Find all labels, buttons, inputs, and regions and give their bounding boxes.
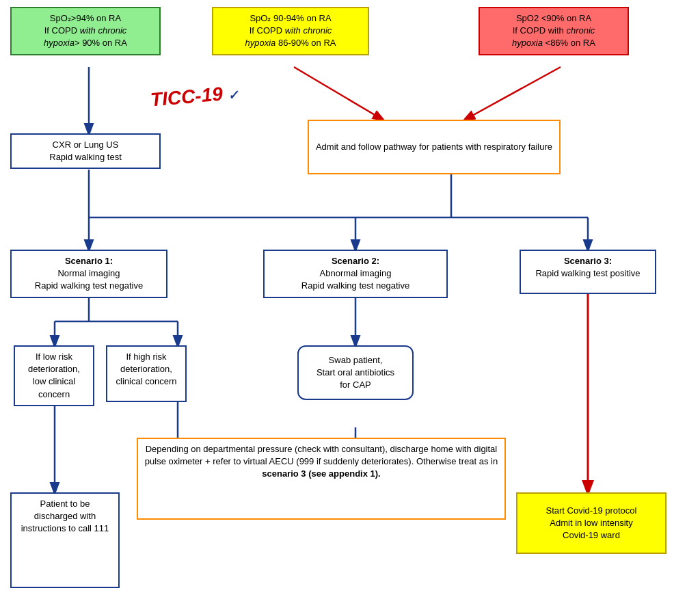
scenario1-text: Scenario 1: Normal imaging Rapid walking… [35, 256, 143, 291]
depending-text: Depending on departmental pressure (chec… [145, 444, 498, 479]
green-condition-box: SpO₂>94% on RA If COPD with chronic hypo… [10, 7, 161, 55]
yellow-box-text: SpO₂ 90-94% on RA If COPD with chronic h… [245, 13, 336, 48]
patient-discharge-box: Patient to be discharged with instructio… [10, 492, 120, 588]
low-risk-text: If low risk deterioration, low clinical … [28, 351, 80, 399]
low-risk-box: If low risk deterioration, low clinical … [14, 345, 94, 406]
green-box-text: SpO₂>94% on RA If COPD with chronic hypo… [44, 13, 127, 48]
yellow-condition-box: SpO₂ 90-94% on RA If COPD with chronic h… [212, 7, 369, 55]
scenario1-box: Scenario 1: Normal imaging Rapid walking… [10, 250, 167, 298]
cxr-box-text: CXR or Lung US Rapid walking test [49, 140, 122, 162]
scenario2-box: Scenario 2: Abnormal imaging Rapid walki… [263, 250, 448, 298]
covid-box: Start Covid-19 protocol Admit in low int… [516, 492, 667, 554]
red-condition-box: SpO2 <90% on RA If COPD with chronic hyp… [479, 7, 629, 55]
admit-box: Admit and follow pathway for patients wi… [308, 120, 561, 174]
scenario2-text: Scenario 2: Abnormal imaging Rapid walki… [301, 256, 409, 291]
svg-line-2 [465, 67, 561, 120]
depending-box: Depending on departmental pressure (chec… [137, 438, 506, 520]
scenario3-box: Scenario 3: Rapid walking test positive [520, 250, 656, 294]
scenario3-text: Scenario 3: Rapid walking test positive [535, 256, 640, 278]
svg-line-1 [294, 67, 383, 120]
swab-box: Swab patient, Start oral antibiotics for… [297, 345, 414, 400]
logo: TICC-19 ✓ [150, 81, 239, 111]
patient-discharge-text: Patient to be discharged with instructio… [21, 499, 109, 533]
red-box-text: SpO2 <90% on RA If COPD with chronic hyp… [512, 13, 595, 48]
high-risk-text: If high risk deterioration, clinical con… [116, 351, 177, 386]
covid-text: Start Covid-19 protocol Admit in low int… [546, 505, 637, 542]
admit-box-text: Admit and follow pathway for patients wi… [316, 141, 552, 153]
cxr-box: CXR or Lung US Rapid walking test [10, 133, 161, 169]
high-risk-box: If high risk deterioration, clinical con… [106, 345, 187, 402]
swab-text: Swab patient, Start oral antibiotics for… [317, 354, 394, 392]
